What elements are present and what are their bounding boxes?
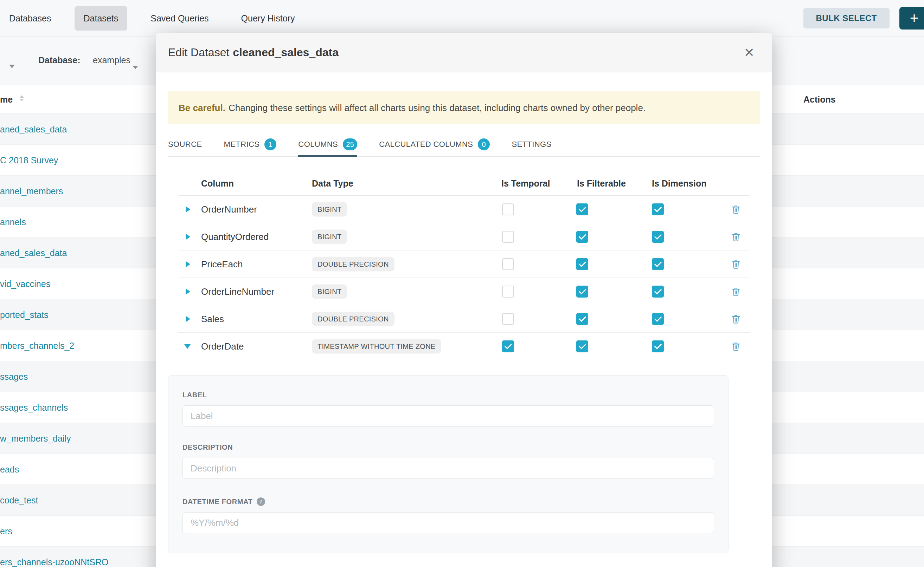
trash-icon[interactable]	[731, 314, 741, 324]
tab-label: METRICS	[224, 140, 260, 149]
trash-icon[interactable]	[731, 341, 741, 352]
is-filterable-checkbox[interactable]	[576, 231, 588, 243]
dataset-link[interactable]: mbers_channels_2	[0, 341, 74, 351]
info-icon[interactable]: i	[257, 498, 265, 506]
modal-title-prefix: Edit Dataset	[168, 46, 229, 58]
data-type-pill: TIMESTAMP WITHOUT TIME ZONE	[312, 339, 441, 353]
edit-dataset-modal: Edit Datasetcleaned_sales_data ✕ Be care…	[156, 33, 772, 567]
is-temporal-checkbox[interactable]	[502, 340, 514, 352]
chevron-down-icon[interactable]	[133, 66, 138, 69]
dataset-link[interactable]: ssages_channels	[0, 403, 68, 412]
dataset-link[interactable]: ers	[0, 526, 12, 536]
datetime-format-label-text: DATETIME FORMAT	[182, 498, 253, 506]
trash-icon[interactable]	[731, 204, 741, 214]
trash-icon[interactable]	[731, 259, 741, 270]
label-input[interactable]	[182, 405, 714, 426]
datetime-format-field-label: DATETIME FORMAT i	[182, 498, 714, 506]
tab-count-badge: 1	[264, 138, 276, 150]
is-temporal-checkbox[interactable]	[502, 231, 514, 243]
actions-column-header: Actions	[804, 94, 836, 105]
tab-label: COLUMNS	[298, 140, 338, 149]
tab-settings[interactable]: SETTINGS	[512, 132, 551, 156]
dataset-link[interactable]: eads	[0, 464, 19, 474]
dataset-link[interactable]: w_members_daily	[0, 434, 71, 443]
warning-bold-text: Be careful.	[179, 103, 226, 114]
dataset-link[interactable]: code_test	[0, 495, 38, 505]
dataset-link[interactable]: annel_members	[0, 186, 63, 196]
is-dimension-checkbox[interactable]	[652, 286, 664, 297]
nav-tab-query-history[interactable]: Query History	[232, 6, 304, 31]
tab-source[interactable]: SOURCE	[168, 132, 202, 156]
nav-tab-label: Saved Queries	[150, 14, 209, 24]
trash-icon[interactable]	[731, 286, 741, 297]
is-filterable-checkbox[interactable]	[576, 313, 588, 325]
nav-tab-label: Datasets	[84, 14, 119, 24]
database-filter-value[interactable]: examples	[93, 55, 131, 65]
data-type-pill: DOUBLE PRECISION	[312, 312, 394, 326]
expand-caret-icon[interactable]	[186, 206, 190, 213]
datetime-format-input[interactable]	[182, 512, 714, 533]
dataset-link[interactable]: ported_stats	[0, 310, 48, 320]
is-dimension-checkbox[interactable]	[652, 203, 664, 215]
tab-label: CALCULATED COLUMNS	[379, 140, 473, 149]
dataset-link[interactable]: C 2018 Survey	[0, 155, 58, 165]
expand-caret-icon[interactable]	[184, 344, 191, 349]
data-type-pill: DOUBLE PRECISION	[312, 257, 394, 271]
is-dimension-checkbox[interactable]	[652, 258, 664, 270]
is-filterable-checkbox[interactable]	[576, 258, 588, 270]
dataset-link[interactable]: ers_channels-uzooNNtSRO	[0, 557, 108, 567]
trash-icon[interactable]	[731, 231, 741, 242]
dataset-link[interactable]: aned_sales_data	[0, 124, 67, 134]
tab-calculated-columns[interactable]: CALCULATED COLUMNS 0	[379, 132, 490, 156]
dataset-link[interactable]: vid_vaccines	[0, 279, 50, 289]
expand-caret-icon[interactable]	[186, 288, 190, 295]
bulk-select-button[interactable]: BULK SELECT	[804, 8, 890, 28]
nav-tab-saved-queries[interactable]: Saved Queries	[141, 6, 218, 31]
nav-tab-databases[interactable]: Databases	[0, 6, 60, 31]
column-header: Column	[201, 178, 234, 189]
tab-count-badge: 25	[343, 138, 357, 150]
label-field-label: LABEL	[182, 391, 714, 399]
add-dataset-button[interactable]: +	[899, 7, 924, 30]
data-type-pill: BIGINT	[312, 284, 347, 298]
nav-tab-datasets[interactable]: Datasets	[75, 6, 128, 31]
is-filterable-checkbox[interactable]	[576, 203, 588, 215]
dataset-link[interactable]: annels	[0, 217, 26, 227]
is-temporal-checkbox[interactable]	[502, 258, 514, 270]
dataset-link[interactable]: aned_sales_data	[0, 248, 67, 258]
chevron-down-icon[interactable]	[9, 64, 15, 68]
tab-metrics[interactable]: METRICS 1	[224, 132, 277, 156]
column-detail-panel: LABEL DESCRIPTION DATETIME FORMAT i	[168, 375, 728, 553]
is-dimension-checkbox[interactable]	[652, 340, 664, 352]
warning-banner: Be careful. Changing these settings will…	[168, 92, 760, 124]
expand-caret-icon[interactable]	[186, 316, 190, 322]
is-temporal-header: Is Temporal	[501, 178, 550, 189]
is-dimension-checkbox[interactable]	[652, 231, 664, 243]
modal-title-dataset-name: cleaned_sales_data	[233, 46, 339, 58]
is-filterable-checkbox[interactable]	[576, 286, 588, 297]
close-icon[interactable]: ✕	[742, 46, 757, 59]
expand-caret-icon[interactable]	[186, 234, 190, 240]
name-column-header[interactable]: me	[0, 94, 13, 105]
is-temporal-checkbox[interactable]	[502, 286, 514, 297]
column-row: QuantityOrdered BIGINT	[178, 223, 750, 250]
column-row: OrderNumber BIGINT	[178, 196, 750, 223]
is-dimension-checkbox[interactable]	[652, 313, 664, 325]
modal-tabs: SOURCE METRICS 1 COLUMNS 25 CALCULATED C…	[168, 132, 760, 157]
sort-icon[interactable]	[20, 95, 24, 101]
is-temporal-checkbox[interactable]	[502, 203, 514, 215]
expand-caret-icon[interactable]	[186, 261, 190, 267]
modal-body: Be careful. Changing these settings will…	[156, 92, 772, 553]
warning-text: Changing these settings will affect all …	[229, 103, 646, 114]
tab-columns[interactable]: COLUMNS 25	[298, 132, 357, 156]
nav-tabs: DatabasesDatasetsSaved QueriesQuery Hist…	[0, 6, 304, 31]
data-type-pill: BIGINT	[312, 230, 347, 244]
column-name: PriceEach	[201, 258, 243, 270]
is-filterable-checkbox[interactable]	[576, 340, 588, 352]
dataset-link[interactable]: ssages	[0, 372, 28, 381]
column-name: OrderDate	[201, 341, 244, 352]
is-temporal-checkbox[interactable]	[502, 313, 514, 325]
column-name: OrderLineNumber	[201, 286, 274, 297]
column-row: Sales DOUBLE PRECISION	[178, 305, 750, 333]
description-input[interactable]	[182, 458, 714, 479]
